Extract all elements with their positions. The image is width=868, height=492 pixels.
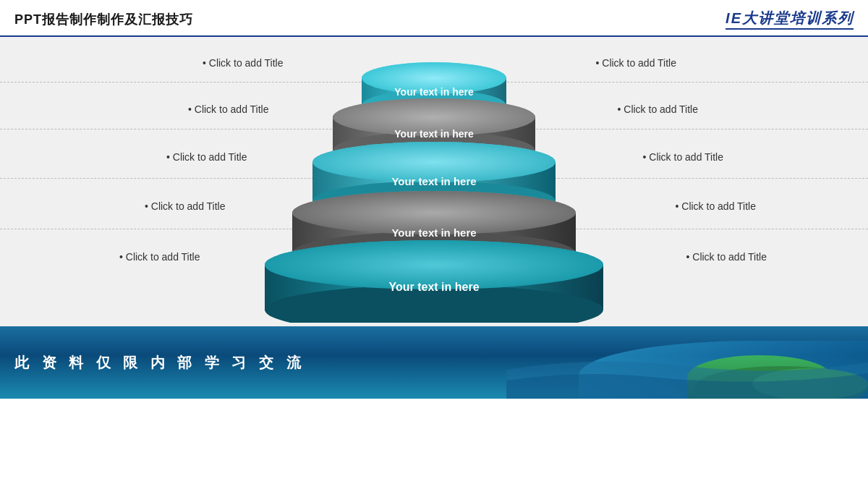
left-label-3[interactable]: • Click to add Title xyxy=(166,151,247,163)
svg-text:Your text in here: Your text in here xyxy=(391,175,476,187)
pyramid-area: • Click to add Title • Click to add Titl… xyxy=(0,37,868,326)
svg-text:Your text in here: Your text in here xyxy=(391,226,476,239)
right-label-5[interactable]: • Click to add Title xyxy=(686,251,767,263)
header-logo: IE大讲堂培训系列 xyxy=(726,9,854,30)
pyramid-visual: Your text in here Your text in here Your… xyxy=(260,48,608,323)
right-label-3[interactable]: • Click to add Title xyxy=(642,151,723,163)
header-title: PPT报告制作制作及汇报技巧 xyxy=(14,11,193,28)
left-label-5[interactable]: • Click to add Title xyxy=(119,251,200,263)
svg-text:Your text in here: Your text in here xyxy=(394,128,474,140)
right-label-4[interactable]: • Click to add Title xyxy=(675,200,756,212)
left-label-4[interactable]: • Click to add Title xyxy=(145,200,226,212)
footer-text: 此 资 料 仅 限 内 部 学 习 交 流 xyxy=(14,353,305,373)
header: PPT报告制作制作及汇报技巧 IE大讲堂培训系列 xyxy=(0,0,868,37)
svg-text:Your text in here: Your text in here xyxy=(394,86,474,98)
left-label-2[interactable]: • Click to add Title xyxy=(188,103,269,115)
right-label-2[interactable]: • Click to add Title xyxy=(617,103,698,115)
footer: 此 资 料 仅 限 内 部 学 习 交 流 xyxy=(0,326,868,399)
svg-text:Your text in here: Your text in here xyxy=(388,281,479,293)
right-label-1[interactable]: • Click to add Title xyxy=(595,57,676,69)
